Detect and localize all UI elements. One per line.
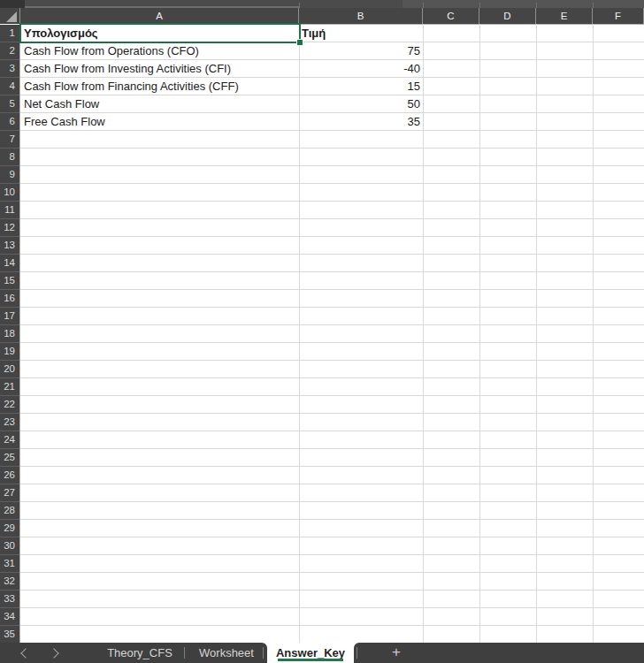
row-header-15[interactable]: 15 — [0, 272, 19, 290]
tab-separator — [263, 647, 264, 659]
row-header-2[interactable]: 2 — [0, 42, 19, 60]
cell-B1[interactable]: Τιμή — [302, 25, 420, 42]
column-headers: ABCDEF — [20, 8, 644, 25]
row-header-12[interactable]: 12 — [0, 219, 19, 237]
row-header-32[interactable]: 32 — [0, 573, 19, 591]
cell-A1[interactable]: Υπολογισμός — [24, 25, 296, 42]
select-all-corner[interactable] — [0, 8, 20, 24]
column-header-C[interactable]: C — [423, 8, 479, 24]
sheet-nav-left-button[interactable] — [16, 643, 35, 663]
tab-separator — [356, 647, 357, 659]
sheet-tab-bar: Theory_CFSWorksheetAnswer_Key + — [0, 643, 644, 663]
row-header-23[interactable]: 23 — [0, 414, 19, 431]
chevron-left-icon — [20, 648, 30, 658]
row-header-16[interactable]: 16 — [0, 290, 19, 308]
select-all-triangle-icon — [6, 11, 17, 22]
grid-vline — [299, 24, 300, 643]
column-header-E[interactable]: E — [536, 8, 593, 24]
row-header-4[interactable]: 4 — [0, 78, 19, 95]
row-header-30[interactable]: 30 — [0, 537, 19, 555]
row-header-22[interactable]: 22 — [0, 396, 19, 414]
row-header-25[interactable]: 25 — [0, 449, 19, 467]
cell-B3[interactable]: -40 — [302, 60, 420, 78]
cell-A4[interactable]: Cash Flow from Financing Activities (CFF… — [24, 78, 296, 95]
row-header-35[interactable]: 35 — [0, 626, 19, 644]
column-header-F[interactable]: F — [593, 8, 644, 24]
row-header-34[interactable]: 34 — [0, 608, 19, 626]
cell-A2[interactable]: Cash Flow from Operations (CFO) — [24, 42, 296, 60]
row-header-8[interactable]: 8 — [0, 149, 19, 166]
grid-vline — [479, 24, 480, 643]
sheet-tab-worksheet[interactable]: Worksheet — [199, 643, 254, 663]
cell-A6[interactable]: Free Cash Flow — [24, 113, 296, 131]
row-header-27[interactable]: 27 — [0, 484, 19, 502]
cell-A3[interactable]: Cash Flow from Investing Activities (CFI… — [24, 60, 296, 78]
grid-vline — [423, 24, 424, 643]
row-header-29[interactable]: 29 — [0, 520, 19, 537]
row-header-20[interactable]: 20 — [0, 361, 19, 378]
column-header-A[interactable]: A — [20, 8, 299, 24]
column-header-D[interactable]: D — [479, 8, 536, 24]
row-header-9[interactable]: 9 — [0, 166, 19, 184]
row-header-6[interactable]: 6 — [0, 113, 19, 131]
top-strip-left-cap — [0, 0, 25, 8]
row-header-19[interactable]: 19 — [0, 343, 19, 361]
row-header-11[interactable]: 11 — [0, 202, 19, 219]
row-header-10[interactable]: 10 — [0, 184, 19, 202]
row-header-21[interactable]: 21 — [0, 378, 19, 396]
grid-vline — [536, 24, 537, 643]
row-header-26[interactable]: 26 — [0, 467, 19, 484]
tab-separator — [184, 647, 185, 659]
row-header-13[interactable]: 13 — [0, 237, 19, 255]
cell-B6[interactable]: 35 — [302, 113, 420, 131]
row-headers: 1234567891011121314151617181920212223242… — [0, 25, 20, 643]
row-header-28[interactable]: 28 — [0, 502, 19, 520]
add-sheet-button[interactable]: + — [392, 643, 401, 663]
top-strip-right-part — [402, 0, 644, 8]
cell-A5[interactable]: Net Cash Flow — [24, 95, 296, 113]
row-header-3[interactable]: 3 — [0, 60, 19, 78]
fill-handle[interactable] — [296, 39, 303, 46]
sheet-tab-theory_cfs[interactable]: Theory_CFS — [107, 643, 172, 663]
row-header-14[interactable]: 14 — [0, 255, 19, 272]
sheet-nav-right-button[interactable] — [44, 643, 64, 663]
row-header-24[interactable]: 24 — [0, 431, 19, 449]
cell-B2[interactable]: 75 — [302, 42, 420, 60]
cell-B5[interactable]: 50 — [302, 95, 420, 113]
top-strip — [0, 0, 644, 8]
row-header-17[interactable]: 17 — [0, 308, 19, 325]
chevron-right-icon — [49, 648, 58, 658]
row-header-1[interactable]: 1 — [0, 25, 19, 42]
cell-B4[interactable]: 15 — [302, 78, 420, 95]
row-header-18[interactable]: 18 — [0, 325, 19, 343]
row-header-33[interactable]: 33 — [0, 591, 19, 608]
row-header-7[interactable]: 7 — [0, 131, 19, 149]
active-tab-underline — [278, 659, 343, 661]
grid-vline — [593, 24, 594, 643]
row-header-31[interactable]: 31 — [0, 555, 19, 573]
column-header-B[interactable]: B — [299, 8, 423, 24]
row-header-5[interactable]: 5 — [0, 95, 19, 113]
